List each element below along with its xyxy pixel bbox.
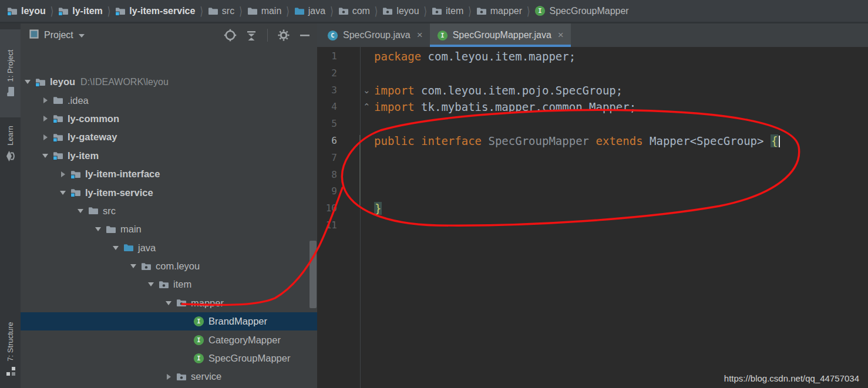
breadcrumb-item[interactable]: leyou	[382, 6, 419, 16]
module-folder-icon	[115, 6, 126, 16]
toolwindow-button-learn[interactable]: Learn	[0, 112, 21, 176]
fold-marker-icon[interactable]: ⌃	[363, 99, 371, 116]
tree-row--idea[interactable]: .idea	[21, 91, 317, 109]
tree-expand-arrow[interactable]	[93, 227, 103, 231]
code-line-2: 2	[317, 65, 868, 82]
tree-row-leyou[interactable]: leyouD:\IDEAWORK\leyou	[21, 73, 317, 91]
watermark-url: https://blog.csdn.net/qq_44757034	[724, 373, 859, 383]
tab-close-icon[interactable]: ×	[417, 29, 423, 41]
breadcrumb-item[interactable]: ly-item	[58, 6, 103, 16]
tab-label: SpecGroup.java	[343, 30, 411, 41]
tree-expand-arrow[interactable]	[58, 191, 68, 195]
breadcrumb-item[interactable]: ISpecGroupMapper	[534, 5, 628, 16]
line-number: 5	[317, 116, 337, 133]
tree-expand-arrow[interactable]	[110, 246, 121, 250]
settings-gear-icon[interactable]	[276, 28, 291, 43]
project-panel-header: Project	[21, 23, 317, 47]
breadcrumb-item[interactable]: java	[294, 6, 325, 16]
tree-row-java[interactable]: java	[21, 239, 317, 257]
tree-expand-arrow[interactable]	[128, 264, 139, 268]
interface-icon: I	[193, 353, 204, 364]
line-number: 6	[317, 133, 337, 150]
tab-close-icon[interactable]: ×	[558, 29, 564, 41]
tree-expand-arrow[interactable]	[146, 282, 156, 286]
tree-row-categorymapper[interactable]: ICategoryMapper	[21, 330, 317, 349]
collapse-all-icon[interactable]	[244, 28, 259, 43]
tree-row-specgroupmapper[interactable]: ISpecGroupMapper	[21, 349, 317, 367]
hide-panel-icon[interactable]	[297, 28, 312, 43]
tree-expand-arrow[interactable]	[40, 116, 51, 122]
package-icon	[476, 6, 487, 16]
breadcrumb-label: src	[222, 6, 234, 16]
toolwindow-button-label: 7: Structure	[6, 322, 15, 361]
interface-icon: I	[534, 5, 546, 16]
tree-expand-arrow[interactable]	[75, 209, 86, 213]
breadcrumb-item[interactable]: src	[208, 6, 234, 16]
breadcrumb-label: java	[308, 6, 325, 16]
breadcrumb-separator: ⟩	[46, 4, 58, 17]
breadcrumb-item[interactable]: leyou	[7, 6, 46, 16]
folder-icon	[106, 225, 116, 234]
tree-row-ly-common[interactable]: ly-common	[21, 110, 317, 128]
locate-icon[interactable]	[223, 28, 238, 43]
tree-label: ly-item-service	[85, 187, 153, 198]
tree-expand-arrow[interactable]	[40, 134, 51, 140]
tree-row-ly-item-interface[interactable]: ly-item-interface	[21, 165, 317, 183]
editor-tab-specgroup-java[interactable]: CSpecGroup.java×	[320, 23, 430, 47]
line-number: 10	[317, 200, 337, 217]
interface-icon: I	[193, 316, 204, 327]
tree-row-com-leyou[interactable]: com.leyou	[21, 257, 317, 275]
breadcrumb-separator: ⟩	[370, 4, 382, 17]
tree-expand-arrow[interactable]	[163, 374, 174, 380]
line-number: 1	[317, 48, 337, 65]
tree-row-item[interactable]: item	[21, 275, 317, 293]
tree-expand-arrow[interactable]	[40, 154, 51, 158]
tree-row-brandmapper[interactable]: IBrandMapper	[21, 312, 317, 330]
breadcrumb-item[interactable]: main	[247, 6, 282, 16]
tree-label: ly-common	[68, 113, 119, 124]
tree-row-ly-item[interactable]: ly-item	[21, 147, 317, 165]
tree-label: ly-item-interface	[85, 168, 160, 180]
tree-scrollbar[interactable]	[309, 241, 317, 308]
left-toolwindow-bar: 1: ProjectLearn7: Structure	[0, 23, 21, 388]
tree-expand-arrow[interactable]	[58, 171, 68, 177]
editor-tab-specgroupmapper-java[interactable]: ISpecGroupMapper.java×	[430, 23, 571, 47]
tree-label: SpecGroupMapper	[208, 353, 290, 364]
tree-expand-arrow[interactable]	[163, 301, 174, 305]
module-folder-icon	[53, 151, 63, 160]
toolwindow-button-label: 1: Project	[6, 50, 15, 82]
tree-row-src[interactable]: src	[21, 202, 317, 220]
package-icon	[141, 262, 152, 271]
tree-label: mapper	[191, 298, 224, 309]
tree-row-mapper[interactable]: mapper	[21, 294, 317, 312]
fold-marker-icon[interactable]: ⌄	[363, 82, 371, 99]
toolwindow-button-structure[interactable]: 7: Structure	[0, 302, 21, 388]
chevron-down-icon[interactable]	[79, 34, 85, 38]
tree-expand-arrow[interactable]	[40, 97, 51, 103]
tree-row-ly-item-service[interactable]: ly-item-service	[21, 183, 317, 201]
folder-icon	[88, 206, 99, 215]
tree-row-main[interactable]: main	[21, 220, 317, 238]
svg-text:I: I	[440, 32, 444, 39]
class-icon: C	[327, 30, 338, 41]
toolwindow-button-project[interactable]: 1: Project	[0, 29, 21, 117]
source-folder-icon	[294, 6, 305, 16]
breadcrumb-item[interactable]: mapper	[476, 6, 522, 16]
tree-label: leyou	[50, 76, 75, 87]
breadcrumb-item[interactable]: item	[432, 6, 463, 16]
line-number: 7	[317, 150, 337, 167]
tree-label: java	[138, 242, 156, 254]
breadcrumb-label: ly-item-service	[129, 6, 195, 16]
tree-row-service[interactable]: service	[21, 367, 317, 386]
tree-row-ly-gateway[interactable]: ly-gateway	[21, 128, 317, 146]
tree-expand-arrow[interactable]	[22, 80, 33, 84]
package-icon	[176, 372, 187, 382]
line-number: 4	[317, 99, 337, 116]
tree-row-web[interactable]: web	[21, 386, 317, 388]
breadcrumb-item[interactable]: com	[338, 6, 370, 16]
structure-icon	[5, 366, 16, 377]
module-folder-icon	[35, 77, 46, 87]
code-editor[interactable]: 1package com.leyou.item.mapper;23⌄import…	[317, 47, 868, 388]
breadcrumb-item[interactable]: ly-item-service	[115, 6, 195, 16]
code-line-5: 5	[317, 116, 868, 133]
